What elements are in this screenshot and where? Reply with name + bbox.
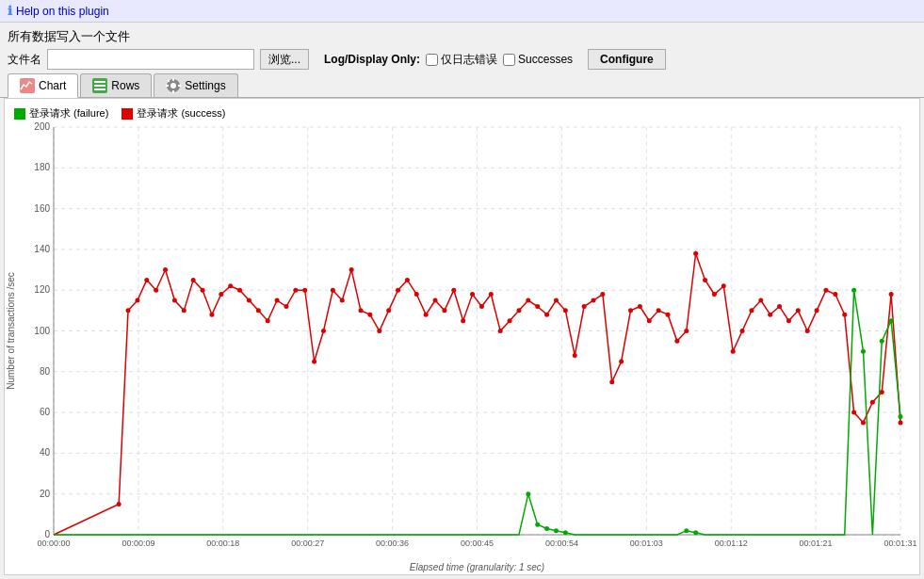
file-input-row: 文件名 浏览... Log/Display Only: 仅日志错误 Succes… bbox=[8, 49, 916, 70]
legend-success-box bbox=[122, 108, 133, 120]
legend-failure-box bbox=[14, 108, 25, 120]
svg-rect-8 bbox=[172, 90, 174, 93]
log-display-label: Log/Display Only: bbox=[324, 53, 420, 66]
svg-rect-3 bbox=[94, 85, 105, 87]
settings-tab-icon bbox=[166, 78, 181, 93]
main-container: ℹ Help on this plugin 所有数据写入一个文件 文件名 浏览.… bbox=[0, 0, 924, 579]
tab-settings-label: Settings bbox=[185, 79, 225, 92]
tab-chart[interactable]: Chart bbox=[8, 73, 78, 98]
svg-rect-7 bbox=[172, 78, 174, 81]
browse-button[interactable]: 浏览... bbox=[260, 49, 309, 70]
svg-point-6 bbox=[170, 83, 176, 88]
chart-tab-icon bbox=[20, 78, 35, 93]
filename-label: 文件名 bbox=[8, 52, 41, 68]
errors-only-label[interactable]: 仅日志错误 bbox=[426, 52, 497, 68]
chart-legend: 登录请求 (failure) 登录请求 (success) bbox=[14, 106, 225, 121]
tab-rows[interactable]: Rows bbox=[80, 73, 152, 97]
legend-failure: 登录请求 (failure) bbox=[14, 106, 108, 121]
tab-rows-label: Rows bbox=[111, 79, 139, 92]
legend-success: 登录请求 (success) bbox=[122, 106, 225, 121]
svg-rect-10 bbox=[178, 85, 181, 87]
successes-label[interactable]: Successes bbox=[503, 53, 573, 66]
tab-settings[interactable]: Settings bbox=[154, 73, 237, 97]
filename-input[interactable] bbox=[47, 49, 254, 70]
successes-checkbox[interactable] bbox=[503, 54, 515, 66]
chart-canvas bbox=[5, 99, 919, 574]
chart-area: 登录请求 (failure) 登录请求 (success) jmeter-plu… bbox=[4, 98, 920, 575]
log-display-section: Log/Display Only: 仅日志错误 Successes Config… bbox=[324, 49, 666, 70]
svg-rect-9 bbox=[166, 85, 169, 87]
svg-rect-2 bbox=[94, 81, 105, 83]
info-icon: ℹ bbox=[8, 4, 12, 18]
file-description: 所有数据写入一个文件 bbox=[8, 28, 916, 45]
help-link-text: Help on this plugin bbox=[16, 5, 109, 18]
svg-rect-4 bbox=[94, 88, 105, 90]
tabs-row: Chart Rows Settings bbox=[0, 73, 924, 98]
help-link[interactable]: ℹ Help on this plugin bbox=[8, 4, 109, 18]
rows-tab-icon bbox=[92, 78, 107, 93]
file-section: 所有数据写入一个文件 文件名 浏览... Log/Display Only: 仅… bbox=[0, 23, 924, 73]
legend-failure-label: 登录请求 (failure) bbox=[29, 106, 108, 121]
legend-success-label: 登录请求 (success) bbox=[137, 106, 225, 121]
errors-only-checkbox[interactable] bbox=[426, 54, 438, 66]
help-bar: ℹ Help on this plugin bbox=[0, 0, 924, 23]
configure-button[interactable]: Configure bbox=[588, 49, 666, 70]
tab-chart-label: Chart bbox=[39, 79, 66, 92]
